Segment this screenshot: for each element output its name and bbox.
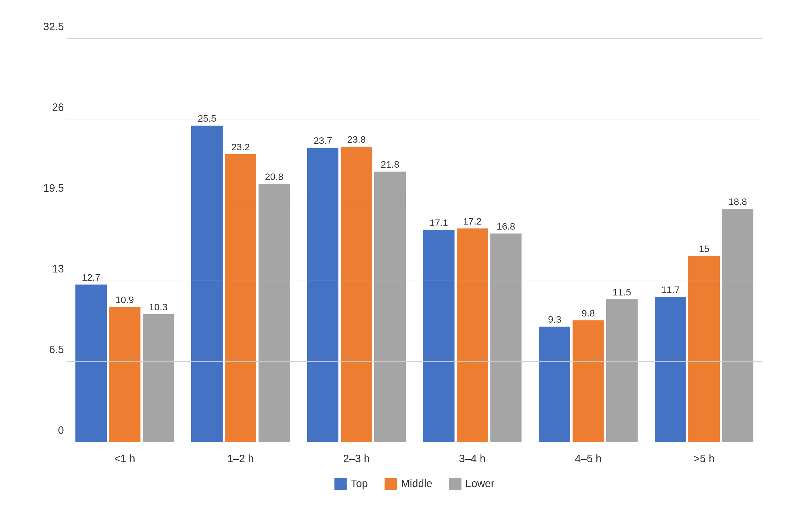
bar-rect [423,230,454,442]
legend-item: Top [335,478,368,490]
bar-wrap: 20.8 [259,39,290,442]
bar-group: 9.39.811.5 [539,39,637,442]
bar-value-label: 10.3 [149,302,167,313]
bar-group: 11.71518.8 [655,39,753,442]
bar-wrap: 10.9 [109,39,140,442]
bar-value-label: 17.2 [463,216,482,227]
bar-rect [225,154,256,442]
bar-wrap: 25.5 [191,39,222,442]
legend-swatch [385,478,397,490]
bar-group-wrapper: 17.117.216.8 [414,39,530,442]
legend-label: Top [351,478,368,490]
x-axis-label: 2–3 h [298,453,414,465]
x-axis: <1 h1–2 h2–3 h3–4 h4–5 h>5 h [67,453,762,465]
bar-rect [191,126,222,442]
grid-line [67,281,762,281]
bar-wrap: 15 [688,39,720,442]
bar-group: 12.710.910.3 [75,39,174,442]
bar-value-label: 23.7 [313,135,332,146]
legend: TopMiddleLower [335,478,495,490]
bar-wrap: 11.5 [606,39,637,442]
bar-group: 17.117.216.8 [423,39,522,442]
bar-value-label: 11.7 [661,284,680,295]
x-axis-label: <1 h [67,453,183,465]
bar-value-label: 20.8 [265,171,284,182]
bar-wrap: 23.7 [307,39,339,442]
bar-group: 25.523.220.8 [191,39,290,442]
chart-area: 12.710.910.325.523.220.823.723.821.817.1… [67,39,762,442]
bar-wrap: 11.7 [655,39,686,442]
bar-rect [341,147,372,442]
bar-wrap: 10.3 [143,39,174,442]
bar-value-label: 9.3 [548,314,561,325]
bar-wrap: 12.7 [75,39,107,442]
bar-rect [655,297,686,442]
x-axis-label: 3–4 h [414,453,530,465]
y-axis-label: 26 [36,101,64,113]
legend-swatch [449,478,462,490]
bar-group-wrapper: 23.723.821.8 [298,39,414,442]
grid-line [67,38,762,39]
bar-wrap: 16.8 [490,39,522,442]
bar-wrap: 17.2 [457,39,488,442]
bar-value-label: 23.2 [231,141,250,153]
bar-rect [259,184,290,442]
y-axis-label: 0 [36,424,64,436]
bar-wrap: 18.8 [722,39,753,442]
bar-rect [688,256,720,442]
y-axis-label: 13 [36,263,64,275]
legend-swatch [335,478,347,490]
bar-value-label: 17.1 [429,217,448,228]
bar-value-label: 23.8 [347,134,366,145]
bar-value-label: 21.8 [381,159,399,170]
bar-value-label: 11.5 [613,287,631,298]
bar-rect [109,307,140,442]
bar-group-wrapper: 11.71518.8 [646,39,762,442]
grid-line [67,200,762,200]
bar-wrap: 9.8 [573,39,604,442]
x-axis-label: 1–2 h [183,453,298,465]
bar-wrap: 17.1 [423,39,454,442]
x-axis-label: >5 h [646,453,762,465]
bar-value-label: 9.8 [581,308,595,319]
bar-value-label: 10.9 [115,294,134,305]
bar-rect [606,300,637,442]
bar-value-label: 15 [699,243,709,254]
bar-group: 23.723.821.8 [307,39,406,442]
grid-line [67,361,762,362]
bar-value-label: 18.8 [729,196,747,207]
legend-item: Lower [449,478,495,490]
bar-value-label: 16.8 [497,221,515,232]
bar-value-label: 12.7 [82,272,100,283]
grid-line [67,119,762,120]
bar-rect [539,327,570,442]
bar-rect [722,209,753,442]
bar-rect [75,285,107,442]
bar-rect [490,234,522,442]
bar-wrap: 9.3 [539,39,570,442]
bar-wrap: 23.2 [225,39,256,442]
bar-rect [374,172,406,442]
y-axis-label: 19.5 [36,182,64,194]
bar-group-wrapper: 25.523.220.8 [183,39,298,442]
x-axis-label: 4–5 h [530,453,646,465]
bar-group-wrapper: 9.39.811.5 [530,39,646,442]
bar-rect [307,148,339,442]
bar-rect [457,229,488,442]
legend-item: Middle [385,478,433,490]
bar-value-label: 25.5 [198,113,216,124]
bar-group-wrapper: 12.710.910.3 [67,39,183,442]
y-axis-label: 6.5 [36,343,64,356]
bar-wrap: 21.8 [374,39,406,442]
bar-rect [573,320,604,442]
legend-label: Lower [466,478,495,490]
bar-rect [143,314,174,442]
y-axis-label: 32.5 [36,21,64,32]
legend-label: Middle [401,478,433,490]
bar-wrap: 23.8 [341,39,372,442]
bars-container: 12.710.910.325.523.220.823.723.821.817.1… [67,39,762,442]
chart-container: 12.710.910.325.523.220.823.723.821.817.1… [27,22,785,498]
grid-line [67,442,762,442]
